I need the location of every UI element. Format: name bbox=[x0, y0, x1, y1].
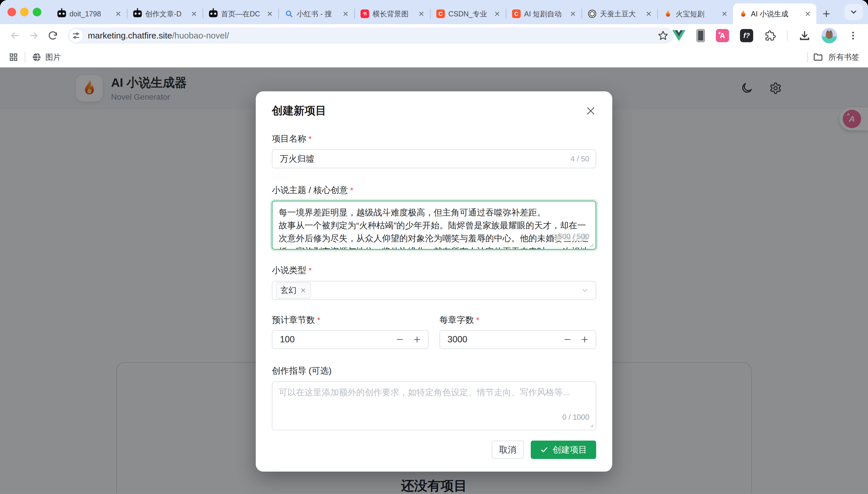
genre-label: 小说类型* bbox=[272, 265, 596, 276]
apps-grid-icon[interactable] bbox=[8, 52, 18, 62]
zoom-window-button[interactable] bbox=[33, 8, 41, 16]
decrement-icon[interactable] bbox=[396, 336, 404, 343]
bookmark-item-images[interactable]: 图片 bbox=[32, 52, 61, 62]
search-favicon bbox=[285, 10, 293, 18]
resize-handle-icon[interactable] bbox=[589, 242, 594, 247]
modal-title: 创建新项目 bbox=[272, 103, 327, 118]
fonts-letter: f? bbox=[744, 32, 750, 40]
required-asterisk: * bbox=[350, 186, 353, 195]
vue-devtools-icon[interactable] bbox=[672, 30, 686, 42]
theme-text: 每一境界差距明显，越级战斗难度极高，但主角可通过吞噬弥补差距。 故事从一个被判定… bbox=[279, 206, 589, 250]
all-bookmarks-button[interactable]: 所有书签 bbox=[828, 52, 860, 62]
back-button[interactable] bbox=[8, 29, 22, 42]
flame-favicon bbox=[664, 10, 672, 18]
tab-title: 首页—在DC bbox=[221, 9, 262, 19]
chapters-value: 100 bbox=[272, 334, 295, 345]
close-tab-icon[interactable] bbox=[190, 10, 198, 18]
tab-search-chevron-button[interactable] bbox=[845, 4, 863, 20]
close-tab-icon[interactable] bbox=[804, 10, 812, 18]
remove-tag-icon[interactable] bbox=[300, 287, 306, 293]
guidance-textarea[interactable]: 0 / 1000 bbox=[272, 381, 596, 430]
theme-char-counter: 500 / 500 bbox=[556, 232, 591, 241]
project-name-field[interactable]: 4 / 50 bbox=[272, 149, 596, 168]
robot-favicon bbox=[133, 10, 142, 17]
close-tab-icon[interactable] bbox=[645, 10, 653, 18]
words-value: 3000 bbox=[440, 334, 467, 345]
tab-strip: doit_1798创作文章-D首页—在DC小红书 - 搜书横长背景图CCSDN_… bbox=[0, 0, 868, 24]
close-tab-icon[interactable] bbox=[417, 10, 426, 18]
browser-tab[interactable]: 火宝短剧 bbox=[658, 3, 733, 24]
immersive-translate-icon[interactable]: ✦A bbox=[716, 29, 729, 42]
forward-button[interactable] bbox=[27, 29, 41, 42]
words-stepper[interactable]: 3000 bbox=[439, 330, 596, 349]
browser-tab[interactable]: CAI 短剧自动 bbox=[506, 3, 581, 24]
browser-tab[interactable]: 小红书 - 搜 bbox=[279, 3, 354, 24]
extensions-puzzle-icon[interactable] bbox=[764, 30, 776, 42]
bookmarks-bar: 图片 所有书签 bbox=[0, 47, 868, 67]
create-project-modal: 创建新项目 项目名称* 4 / 50 小说主题 / 核心创意* 每一境界差距明显… bbox=[256, 91, 612, 472]
profile-avatar[interactable] bbox=[822, 28, 837, 43]
bookmark-label: 图片 bbox=[45, 52, 61, 62]
name-char-counter: 4 / 50 bbox=[571, 154, 589, 164]
browser-tab[interactable]: 创作文章-D bbox=[127, 3, 203, 24]
words-label: 每章字数* bbox=[439, 314, 596, 326]
theme-label: 小说主题 / 核心创意* bbox=[272, 184, 596, 196]
minimize-window-button[interactable] bbox=[20, 8, 29, 16]
bookmarks-divider bbox=[25, 52, 25, 63]
browser-tab[interactable]: doit_1798 bbox=[52, 3, 127, 24]
guidance-input[interactable] bbox=[279, 386, 589, 425]
create-project-label: 创建项目 bbox=[553, 444, 587, 456]
genre-tag: 玄幻 bbox=[276, 282, 311, 299]
close-tab-icon[interactable] bbox=[341, 10, 350, 18]
browser-tab-active[interactable]: AI 小说生成 bbox=[733, 3, 816, 24]
new-tab-button[interactable] bbox=[816, 3, 836, 24]
url-path: /huobao-novel/ bbox=[172, 31, 229, 40]
robot-favicon bbox=[57, 10, 66, 17]
increment-icon[interactable] bbox=[413, 336, 421, 343]
csdn-favicon: C bbox=[512, 10, 521, 18]
close-modal-icon[interactable] bbox=[585, 106, 596, 116]
browser-menu-kebab-icon[interactable] bbox=[848, 31, 858, 41]
url-bar[interactable]: marketing.chatfire.site/huobao-novel/ bbox=[68, 27, 673, 44]
chatgpt-favicon bbox=[588, 10, 596, 18]
folder-icon bbox=[813, 52, 823, 62]
mobile-emulator-icon[interactable] bbox=[696, 29, 705, 42]
browser-tab[interactable]: 首页—在DC bbox=[203, 3, 278, 24]
bookmark-star-icon[interactable] bbox=[657, 30, 669, 41]
close-window-button[interactable] bbox=[7, 8, 16, 16]
reload-button[interactable] bbox=[46, 29, 60, 42]
resize-handle-icon[interactable] bbox=[589, 423, 594, 428]
downloads-icon[interactable] bbox=[798, 30, 811, 42]
chevron-down-icon bbox=[581, 286, 589, 295]
browser-tab[interactable]: 书横长背景图 bbox=[355, 3, 430, 24]
tab-strip-tabs: doit_1798创作文章-D首页—在DC小红书 - 搜书横长背景图CCSDN_… bbox=[52, 0, 816, 24]
theme-textarea[interactable]: 每一境界差距明显，越级战斗难度极高，但主角可通过吞噬弥补差距。 故事从一个被判定… bbox=[272, 201, 596, 250]
tab-title: 创作文章-D bbox=[145, 9, 186, 19]
browser-toolbar: marketing.chatfire.site/huobao-novel/ ✦A… bbox=[0, 24, 868, 47]
browser-tab[interactable]: CCSDN_专业 bbox=[431, 3, 506, 24]
genre-select[interactable]: 玄幻 bbox=[272, 281, 596, 300]
cancel-button[interactable]: 取消 bbox=[492, 441, 524, 459]
tab-title: CSDN_专业 bbox=[448, 9, 490, 19]
tab-title: AI 短剧自动 bbox=[524, 9, 566, 19]
guidance-char-counter: 0 / 1000 bbox=[560, 413, 591, 422]
robot-favicon bbox=[209, 10, 218, 17]
url-domain: marketing.chatfire.site bbox=[88, 31, 172, 40]
close-tab-icon[interactable] bbox=[114, 10, 122, 18]
decrement-icon[interactable] bbox=[564, 336, 572, 343]
create-project-button[interactable]: 创建项目 bbox=[531, 441, 596, 459]
required-asterisk: * bbox=[476, 316, 479, 325]
increment-icon[interactable] bbox=[581, 336, 589, 343]
close-tab-icon[interactable] bbox=[569, 10, 577, 18]
browser-tab[interactable]: 天蚕土豆大 bbox=[582, 3, 657, 24]
close-tab-icon[interactable] bbox=[721, 10, 729, 18]
fonts-ninja-icon[interactable]: f? bbox=[740, 29, 753, 42]
close-tab-icon[interactable] bbox=[493, 10, 501, 18]
project-name-input[interactable] bbox=[272, 154, 596, 164]
site-settings-icon[interactable] bbox=[70, 29, 83, 42]
xiaohongshu-favicon: 书 bbox=[360, 10, 369, 18]
csdn-favicon: C bbox=[436, 10, 445, 18]
close-tab-icon[interactable] bbox=[266, 10, 274, 18]
chapters-stepper[interactable]: 100 bbox=[272, 330, 429, 349]
tab-title: 横长背景图 bbox=[373, 9, 414, 19]
